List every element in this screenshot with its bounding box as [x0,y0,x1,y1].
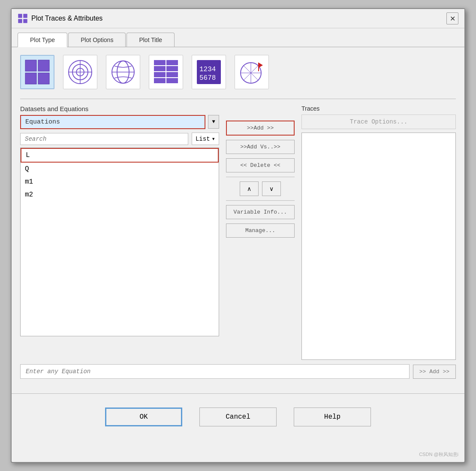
grid-icon [24,59,50,85]
move-up-button[interactable]: ∧ [240,181,259,196]
svg-rect-6 [25,73,36,84]
datasets-label: Datasets and Equations [20,105,219,112]
svg-rect-2 [18,19,22,23]
svg-text:5678: 5678 [199,74,216,82]
middle-buttons-panel: >>Add >> >>Add Vs..>> << Delete << ∧ ∨ V… [226,105,295,360]
svg-rect-3 [23,19,27,23]
search-input[interactable] [20,133,188,145]
watermark: CSDN @秋风知意i [419,451,458,458]
svg-rect-21 [166,72,178,77]
equation-add-button[interactable]: >> Add >> [413,365,456,379]
content-area: 1234 5678 [12,47,464,386]
left-panel: Datasets and Equations Equations ▼ List … [20,105,219,360]
tab-plot-type[interactable]: Plot Type [18,33,67,47]
cancel-button[interactable]: Cancel [199,408,277,426]
dialog-title: Plot Traces & Attributes [31,15,102,22]
title-bar: Plot Traces & Attributes ✕ [12,9,464,28]
svg-rect-1 [23,14,27,18]
plot-type-grid[interactable] [20,55,54,89]
list-item[interactable]: m1 [21,175,219,188]
right-panel: Traces Trace Options... [301,105,456,360]
svg-rect-4 [25,60,36,71]
manage-button[interactable]: Manage... [226,223,295,238]
polar-icon [67,59,93,85]
svg-rect-19 [166,66,178,71]
close-button[interactable]: ✕ [446,12,458,24]
equation-input[interactable] [20,364,410,379]
svg-rect-18 [154,66,166,71]
plot-type-bar-table[interactable] [149,55,183,89]
plot-type-globe[interactable] [106,55,140,89]
plot-type-icons-row: 1234 5678 [20,55,456,89]
svg-rect-16 [154,60,166,65]
list-item[interactable]: Q [21,163,219,175]
delete-button[interactable]: << Delete << [226,158,295,172]
svg-text:1234: 1234 [199,66,216,73]
main-dialog: Plot Traces & Attributes ✕ Plot Type Plo… [11,8,465,463]
list-item[interactable]: m2 [21,188,219,201]
app-icon [18,13,28,24]
tab-plot-title[interactable]: Plot Title [127,33,175,47]
main-panels: Datasets and Equations Equations ▼ List … [20,105,456,360]
dropdown-arrow-btn[interactable]: ▼ [208,115,219,129]
add-button[interactable]: >>Add >> [226,121,295,136]
svg-rect-20 [154,72,166,77]
svg-marker-33 [259,63,263,68]
svg-rect-0 [18,14,22,18]
list-item[interactable]: L [21,148,219,163]
tab-plot-options[interactable]: Plot Options [68,33,126,47]
equation-row: >> Add >> [20,364,456,379]
dataset-list: L Q m1 m2 [20,148,219,336]
traces-label: Traces [301,105,456,112]
bar-table-icon [153,59,179,85]
radar-icon [239,59,265,85]
title-bar-left: Plot Traces & Attributes [18,13,102,24]
svg-rect-5 [38,60,49,71]
list-view-dropdown[interactable]: List ▾ [192,133,219,145]
traces-box [301,133,456,360]
plot-type-numeric[interactable]: 1234 5678 [192,55,226,89]
ok-button[interactable]: OK [105,408,182,426]
tabs-bar: Plot Type Plot Options Plot Title [12,28,464,47]
trace-options-button[interactable]: Trace Options... [301,115,456,129]
search-row: List ▾ [20,133,219,145]
move-buttons: ∧ ∨ [226,181,295,196]
move-down-button[interactable]: ∨ [262,181,281,196]
plot-type-polar[interactable] [63,55,97,89]
datasets-dropdown[interactable]: Equations [20,115,205,129]
svg-rect-22 [154,78,166,83]
plot-type-radar[interactable] [235,55,269,89]
svg-rect-23 [166,78,178,83]
globe-icon [110,59,136,85]
help-button[interactable]: Help [294,408,371,426]
svg-rect-17 [166,60,178,65]
bottom-buttons-row: OK Cancel Help [12,401,464,435]
add-vs-button[interactable]: >>Add Vs..>> [226,140,295,154]
numeric-icon: 1234 5678 [196,59,222,85]
svg-rect-7 [38,73,49,84]
variable-info-button[interactable]: Variable Info... [226,205,295,219]
dropdown-row: Equations ▼ [20,115,219,129]
